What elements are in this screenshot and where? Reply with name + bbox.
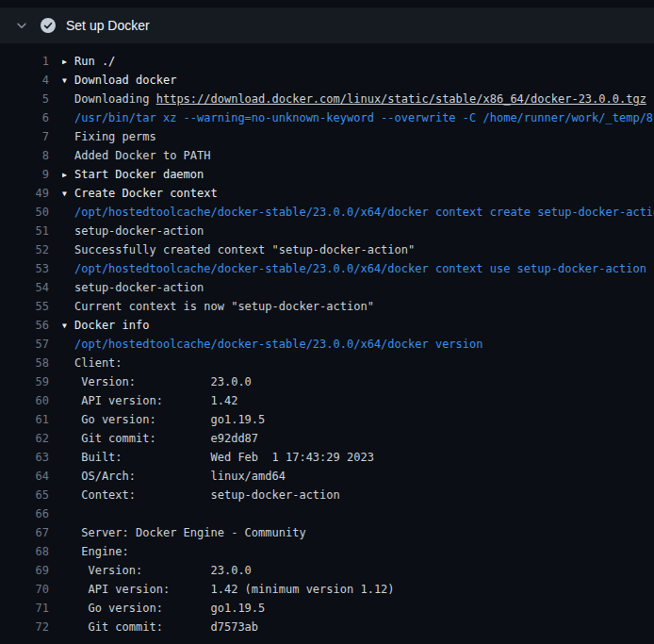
log-line: 66 — [0, 504, 654, 523]
line-number[interactable]: 62 — [0, 429, 49, 448]
line-number[interactable]: 7 — [0, 127, 49, 146]
log-text: Fixing perms — [62, 127, 654, 146]
triangle-down-icon: ▼ — [62, 317, 74, 335]
log-line: 56▼Docker info — [0, 316, 654, 335]
line-number[interactable]: 53 — [0, 259, 49, 278]
group-title: Run ./ — [74, 55, 115, 68]
log-text: Downloading — [74, 92, 156, 106]
line-number[interactable]: 5 — [0, 90, 49, 108]
log-line: 62 Git commit: e92dd87 — [0, 429, 654, 448]
line-number[interactable]: 51 — [0, 222, 49, 240]
log-group-header[interactable]: ▼Download docker — [62, 71, 654, 90]
line-number[interactable]: 50 — [0, 203, 49, 222]
log-line: 9▶Start Docker daemon — [0, 165, 654, 184]
actions-log-panel: Set up Docker 1▶Run ./4▼Download docker5… — [0, 0, 654, 636]
line-number[interactable]: 57 — [0, 335, 49, 354]
log-text: Engine: — [62, 542, 654, 561]
line-number[interactable]: 8 — [0, 146, 49, 165]
line-number[interactable]: 9 — [0, 165, 49, 184]
line-number[interactable]: 69 — [0, 561, 49, 580]
log-lines: 1▶Run ./4▼Download docker5Downloading ht… — [0, 52, 654, 636]
line-number[interactable]: 49 — [0, 184, 49, 203]
line-number[interactable]: 52 — [0, 240, 49, 259]
line-number[interactable]: 63 — [0, 448, 49, 467]
line-number[interactable]: 68 — [0, 542, 49, 561]
log-line: 72 Git commit: d7573ab — [0, 618, 654, 636]
line-number[interactable]: 66 — [0, 504, 49, 523]
group-title: Create Docker context — [74, 187, 218, 200]
log-line: 68 Engine: — [0, 542, 654, 561]
log-text: API version: 1.42 (minimum version 1.12) — [62, 580, 654, 599]
log-text: Client: — [62, 354, 654, 372]
log-text: Current context is now "setup-docker-act… — [62, 297, 654, 316]
log-line: 59 Version: 23.0.0 — [0, 372, 654, 391]
log-text: setup-docker-action — [62, 222, 654, 240]
log-url-link[interactable]: https://download.docker.com/linux/static… — [156, 92, 646, 106]
log-line: 65 Context: setup-docker-action — [0, 486, 654, 504]
log-text — [62, 504, 654, 523]
chevron-down-icon[interactable] — [15, 19, 28, 32]
line-number[interactable]: 59 — [0, 372, 49, 391]
log-line: 61 Go version: go1.19.5 — [0, 410, 654, 429]
log-line: 8Added Docker to PATH — [0, 146, 654, 165]
step-log: 1▶Run ./4▼Download docker5Downloading ht… — [0, 43, 654, 636]
line-number[interactable]: 4 — [0, 71, 49, 90]
log-group-header[interactable]: ▼Create Docker context — [62, 184, 654, 203]
line-number[interactable]: 67 — [0, 523, 49, 542]
line-number[interactable]: 72 — [0, 618, 49, 636]
group-title: Docker info — [74, 319, 149, 332]
log-text: Added Docker to PATH — [62, 146, 654, 165]
line-number[interactable]: 58 — [0, 354, 49, 372]
group-title: Download docker — [74, 74, 176, 87]
log-line: 57/opt/hostedtoolcache/docker-stable/23.… — [0, 335, 654, 354]
log-text: OS/Arch: linux/amd64 — [62, 467, 654, 486]
log-line: 55Current context is now "setup-docker-a… — [0, 297, 654, 316]
line-number[interactable]: 61 — [0, 410, 49, 429]
line-number[interactable]: 64 — [0, 467, 49, 486]
triangle-right-icon: ▶ — [62, 166, 74, 184]
log-line: 71 Go version: go1.19.5 — [0, 599, 654, 618]
line-number[interactable]: 70 — [0, 580, 49, 599]
line-number[interactable]: 60 — [0, 391, 49, 410]
log-text: Context: setup-docker-action — [62, 486, 654, 504]
log-line: 53/opt/hostedtoolcache/docker-stable/23.… — [0, 259, 654, 278]
line-number[interactable]: 65 — [0, 486, 49, 504]
log-group-header[interactable]: ▼Docker info — [62, 316, 654, 335]
log-line: 51setup-docker-action — [0, 222, 654, 240]
log-line: 7Fixing perms — [0, 127, 654, 146]
line-number[interactable]: 1 — [0, 52, 49, 71]
log-text: Built: Wed Feb 1 17:43:29 2023 — [62, 448, 654, 467]
log-text: Downloading https://download.docker.com/… — [62, 90, 654, 108]
log-line: 69 Version: 23.0.0 — [0, 561, 654, 580]
line-number[interactable]: 71 — [0, 599, 49, 618]
log-text: Git commit: d7573ab — [62, 618, 654, 636]
check-circle-icon — [41, 18, 56, 33]
log-line: 50/opt/hostedtoolcache/docker-stable/23.… — [0, 203, 654, 222]
log-text: Server: Docker Engine - Community — [62, 523, 654, 542]
log-line: 4▼Download docker — [0, 71, 654, 90]
line-number[interactable]: 56 — [0, 316, 49, 335]
log-line: 52Successfully created context "setup-do… — [0, 240, 654, 259]
log-line: 49▼Create Docker context — [0, 184, 654, 203]
line-number[interactable]: 55 — [0, 297, 49, 316]
log-line: 60 API version: 1.42 — [0, 391, 654, 410]
log-line: 58Client: — [0, 354, 654, 372]
log-line: 70 API version: 1.42 (minimum version 1.… — [0, 580, 654, 599]
step-header[interactable]: Set up Docker — [0, 8, 654, 43]
group-title: Start Docker daemon — [74, 168, 204, 181]
log-text: Go version: go1.19.5 — [62, 599, 654, 618]
line-number[interactable]: 6 — [0, 108, 49, 127]
log-text: Version: 23.0.0 — [62, 372, 654, 391]
log-text: Version: 23.0.0 — [62, 561, 654, 580]
log-group-header[interactable]: ▶Start Docker daemon — [62, 165, 654, 184]
log-text: setup-docker-action — [62, 278, 654, 297]
log-command-text: /opt/hostedtoolcache/docker-stable/23.0.… — [62, 203, 654, 222]
log-command-text: /opt/hostedtoolcache/docker-stable/23.0.… — [62, 335, 654, 354]
log-line: 6/usr/bin/tar xz --warning=no-unknown-ke… — [0, 108, 654, 127]
log-line: 54setup-docker-action — [0, 278, 654, 297]
line-number[interactable]: 54 — [0, 278, 49, 297]
log-text: API version: 1.42 — [62, 391, 654, 410]
triangle-down-icon: ▼ — [62, 72, 74, 90]
log-text: Git commit: e92dd87 — [62, 429, 654, 448]
log-group-header[interactable]: ▶Run ./ — [62, 52, 654, 71]
